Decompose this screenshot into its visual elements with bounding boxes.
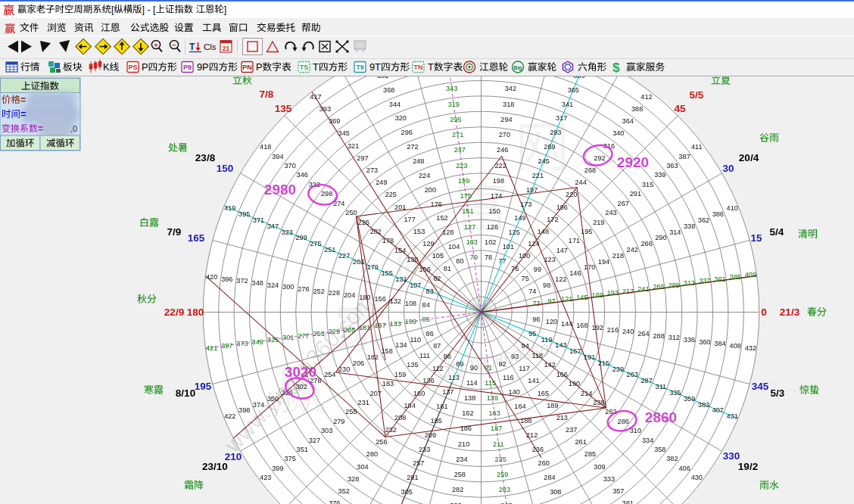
svg-text:158: 158 [381, 347, 392, 355]
svg-text:164: 164 [514, 403, 525, 410]
svg-text:5/3: 5/3 [771, 387, 785, 399]
svg-text:269: 269 [544, 143, 555, 151]
svg-text:112: 112 [432, 365, 444, 372]
svg-text:282: 282 [452, 486, 463, 493]
svg-text:222: 222 [494, 162, 506, 170]
svg-text:251: 251 [324, 246, 335, 254]
svg-text:145: 145 [576, 294, 588, 301]
svg-text:381: 381 [622, 499, 634, 504]
svg-text:172: 172 [547, 216, 558, 223]
svg-text:218: 218 [612, 252, 624, 260]
svg-text:385: 385 [730, 273, 741, 281]
svg-text:165: 165 [188, 232, 205, 244]
svg-text:375: 375 [284, 455, 295, 462]
svg-text:109: 109 [405, 318, 416, 325]
svg-text:374: 374 [253, 401, 264, 409]
svg-text:305: 305 [401, 488, 413, 496]
svg-text:105: 105 [432, 252, 444, 260]
svg-text:+: + [154, 41, 158, 49]
svg-text:15: 15 [750, 232, 762, 244]
svg-text:141: 141 [528, 377, 539, 384]
svg-text:P: P [142, 61, 148, 73]
svg-text:277: 277 [298, 332, 309, 340]
svg-text:195: 195 [581, 228, 592, 235]
svg-text:345: 345 [338, 129, 350, 137]
svg-text:383: 383 [698, 401, 709, 409]
svg-text:178: 178 [382, 237, 394, 244]
svg-text:236: 236 [532, 446, 544, 453]
svg-text:179: 179 [367, 263, 379, 271]
svg-text:394: 394 [272, 153, 283, 160]
svg-text:116: 116 [503, 374, 514, 381]
svg-text:134: 134 [395, 341, 407, 349]
svg-text:K: K [103, 61, 110, 73]
svg-text:293: 293 [550, 129, 561, 136]
svg-text:232: 232 [385, 426, 397, 434]
svg-text:357: 357 [612, 487, 624, 495]
svg-text:328: 328 [348, 475, 359, 483]
svg-text:362: 362 [698, 216, 709, 224]
svg-text:249: 249 [376, 179, 387, 186]
svg-text:246: 246 [497, 146, 508, 154]
svg-text:300: 300 [282, 283, 294, 291]
svg-text:371: 371 [253, 216, 264, 224]
svg-text:260: 260 [538, 459, 550, 467]
svg-text:244: 244 [575, 179, 586, 186]
svg-text:396: 396 [221, 275, 232, 283]
svg-text:323: 323 [282, 229, 293, 236]
svg-text:224: 224 [419, 172, 430, 179]
svg-text:TN: TN [414, 64, 423, 71]
svg-text:190: 190 [569, 380, 580, 387]
svg-text:412: 412 [640, 93, 652, 101]
svg-text:267: 267 [618, 200, 629, 207]
svg-text:408: 408 [730, 342, 741, 350]
svg-text:157: 157 [374, 322, 385, 329]
svg-text:129: 129 [422, 240, 434, 247]
svg-text:365: 365 [568, 86, 579, 94]
svg-text:9T: 9T [369, 61, 381, 73]
svg-text:171: 171 [569, 237, 580, 244]
svg-text:162: 162 [462, 409, 473, 417]
svg-text:312: 312 [669, 334, 680, 341]
svg-text:368: 368 [383, 86, 394, 94]
svg-text:304: 304 [357, 463, 368, 471]
svg-text:110: 110 [410, 336, 421, 344]
svg-text:272: 272 [407, 143, 418, 151]
svg-text:113: 113 [448, 374, 460, 381]
svg-text:411: 411 [691, 143, 703, 151]
svg-text:149: 149 [514, 214, 525, 222]
svg-text:74: 74 [528, 288, 536, 295]
svg-text:238: 238 [593, 399, 604, 406]
svg-text:120: 120 [546, 318, 557, 325]
svg-text:T: T [313, 61, 319, 73]
svg-text:131: 131 [395, 275, 407, 283]
svg-text:317: 317 [556, 114, 567, 122]
svg-text:125: 125 [509, 229, 520, 236]
svg-text:183: 183 [382, 380, 394, 387]
svg-text:,0: ,0 [70, 124, 77, 133]
svg-text:299: 299 [295, 234, 307, 241]
svg-text:84: 84 [422, 301, 430, 309]
svg-text:185: 185 [431, 417, 442, 425]
svg-text:223: 223 [456, 162, 467, 170]
svg-text:256: 256 [376, 438, 387, 446]
svg-text:19/2: 19/2 [738, 461, 758, 472]
svg-text:202: 202 [370, 228, 382, 235]
svg-text:180: 180 [359, 294, 370, 301]
svg-text:119: 119 [541, 336, 553, 344]
svg-text:241: 241 [637, 285, 649, 293]
svg-text:151: 151 [462, 207, 473, 215]
svg-text:139: 139 [487, 394, 498, 402]
svg-text:295: 295 [450, 116, 461, 123]
svg-text:315: 315 [642, 181, 653, 188]
svg-text:192: 192 [592, 324, 603, 331]
svg-text:86: 86 [426, 330, 434, 338]
svg-text:23/8: 23/8 [195, 152, 216, 163]
svg-text:166: 166 [556, 371, 568, 378]
svg-text:216: 216 [607, 326, 619, 334]
svg-text:361: 361 [714, 275, 725, 283]
svg-text:94: 94 [522, 342, 529, 350]
svg-text:286: 286 [618, 418, 629, 425]
svg-text:273: 273 [366, 166, 378, 174]
svg-text:147: 147 [556, 247, 568, 254]
